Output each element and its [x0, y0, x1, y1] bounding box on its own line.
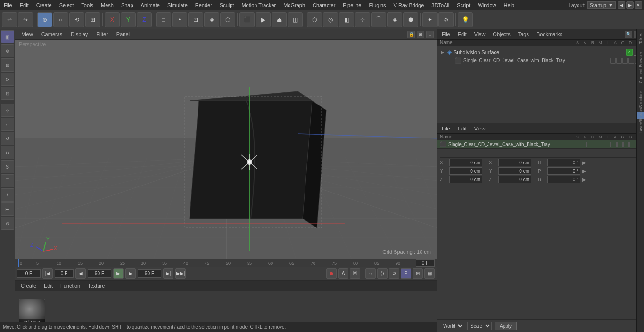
layout-prev-icon[interactable]: ◀: [618, 1, 625, 9]
objects-view-menu[interactable]: View: [472, 31, 487, 38]
edges-mode-button[interactable]: ⊡: [188, 12, 203, 27]
sidebar-rotate-tool[interactable]: ↺: [1, 132, 14, 145]
cube-button[interactable]: ⬡: [307, 12, 322, 27]
menu-help[interactable]: Help: [500, 1, 519, 9]
material-button[interactable]: ◈: [387, 12, 402, 27]
objects-search-icon[interactable]: 🔍: [625, 31, 632, 38]
sidebar-mirror-tool[interactable]: ⊢: [1, 202, 14, 216]
redo-button[interactable]: ↪: [18, 12, 33, 27]
viewport-arrange-icon[interactable]: ⊞: [417, 31, 424, 38]
timeline-track[interactable]: 0 5 10 15 20 25 30 35 40 45 50 55 60 65 …: [15, 259, 427, 267]
menu-animate[interactable]: Animate: [137, 1, 164, 9]
next-frame-btn[interactable]: ▶: [125, 268, 136, 279]
viewport-filter-menu[interactable]: Filter: [92, 31, 111, 38]
prev-frame-btn[interactable]: ◀: [75, 268, 86, 279]
rotate-tool-button[interactable]: ⟲: [69, 12, 84, 27]
x-input[interactable]: [449, 159, 482, 166]
scale-tool-button[interactable]: ⊞: [85, 12, 100, 27]
next-key-btn[interactable]: ▶|: [163, 268, 173, 279]
rotate-pb-btn[interactable]: ↺: [389, 268, 399, 279]
auto-key-btn[interactable]: A: [338, 268, 348, 279]
menu-plugins[interactable]: Plugins: [365, 1, 389, 9]
axis-y-button[interactable]: Y: [121, 12, 136, 27]
start-frame-input[interactable]: [17, 269, 41, 278]
scale-pb-btn[interactable]: ⟨⟩: [377, 268, 388, 279]
material-edit-menu[interactable]: Edit: [42, 283, 55, 289]
axis-x-button[interactable]: X: [105, 12, 120, 27]
viewport-lock-icon[interactable]: 🔒: [407, 31, 415, 38]
points-mode-button[interactable]: •: [172, 12, 187, 27]
menu-edit[interactable]: Edit: [16, 1, 33, 9]
menu-script[interactable]: Script: [453, 1, 474, 9]
sidebar-extrude-tool[interactable]: ⊙: [1, 217, 14, 230]
world-dropdown[interactable]: World: [440, 322, 464, 330]
goto-end-btn[interactable]: ▶▶|: [175, 268, 186, 279]
layout-dropdown[interactable]: Startup ▼: [587, 1, 616, 9]
menu-create[interactable]: Create: [33, 1, 56, 9]
material-thumbnail[interactable]: cd_case: [19, 299, 45, 325]
sidebar-scale-tool[interactable]: ⟨⟩: [1, 146, 14, 159]
axis-z-button[interactable]: Z: [137, 12, 152, 27]
sidebar-mode-model[interactable]: ▣: [1, 30, 14, 43]
b-input[interactable]: [547, 176, 580, 183]
object-row-subdivision[interactable]: ▶ ◈ Subdivision Surface ✓: [439, 48, 642, 57]
menu-file[interactable]: File: [0, 1, 16, 9]
polygons-mode-button[interactable]: ◈: [204, 12, 219, 27]
attrs-view-menu[interactable]: View: [472, 125, 487, 132]
y-input[interactable]: [449, 167, 482, 175]
render-region-button[interactable]: ⬛: [239, 12, 255, 27]
menu-pipeline[interactable]: Pipeline: [339, 1, 365, 9]
record-btn[interactable]: ⏺: [326, 268, 337, 279]
render-vp-button[interactable]: ▶: [256, 12, 271, 27]
menu-vray[interactable]: V-Ray Bridge: [390, 1, 428, 9]
light-on-button[interactable]: 💡: [458, 12, 473, 27]
enable-snap-button[interactable]: ✦: [422, 12, 438, 27]
menu-sculpt[interactable]: Sculpt: [216, 1, 238, 9]
scale-dropdown[interactable]: Scale: [467, 322, 492, 330]
object-mode-button[interactable]: □: [156, 12, 171, 27]
menu-select[interactable]: Select: [56, 1, 78, 9]
move-pb-btn[interactable]: ↔: [365, 268, 376, 279]
sidebar-spline-tool[interactable]: ⌒: [1, 174, 14, 187]
menu-character[interactable]: Character: [309, 1, 339, 9]
undo-button[interactable]: ↩: [2, 12, 17, 27]
p-input[interactable]: [547, 167, 580, 175]
objects-objects-menu[interactable]: Objects: [491, 31, 512, 38]
camera-button[interactable]: ◧: [339, 12, 354, 27]
tab-layer[interactable]: Layer: [637, 119, 644, 138]
sidebar-paint-tool[interactable]: S: [1, 160, 14, 173]
viewport-cameras-menu[interactable]: Cameras: [38, 31, 66, 38]
tab-takes[interactable]: Takes: [637, 29, 644, 48]
x2-input[interactable]: [498, 159, 531, 166]
material-texture-menu[interactable]: Texture: [86, 283, 107, 289]
uvw-mode-button[interactable]: ⬡: [220, 12, 235, 27]
move-tool-button[interactable]: ↔: [53, 12, 68, 27]
attrs-file-menu[interactable]: File: [440, 125, 452, 132]
z-input[interactable]: [449, 176, 482, 183]
sphere-button[interactable]: ◎: [323, 12, 338, 27]
sidebar-dynamics[interactable]: ⊡: [1, 87, 14, 100]
menu-mesh[interactable]: Mesh: [97, 1, 117, 9]
y2-input[interactable]: [498, 167, 531, 175]
select-tool-button[interactable]: ⊕: [37, 12, 52, 27]
play-forward-btn[interactable]: ▶: [113, 268, 124, 279]
object-row-cdcase[interactable]: ⬛ Single_Clear_CD_Jewel_Case_with_Black_…: [439, 57, 642, 65]
light-button[interactable]: ⊹: [355, 12, 370, 27]
menu-render[interactable]: Render: [191, 1, 216, 9]
layout-close-icon[interactable]: ✕: [635, 1, 642, 9]
menu-mograph[interactable]: MoGraph: [280, 1, 309, 9]
film-pb-btn[interactable]: ▦: [424, 268, 435, 279]
objects-edit-menu[interactable]: Edit: [456, 31, 469, 38]
spline-button[interactable]: ⌒: [371, 12, 386, 27]
prev-key-btn[interactable]: |◀: [42, 268, 53, 279]
attrs-object-row[interactable]: ⬛ Single_Clear_CD_Jewel_Case_with_Black_…: [437, 140, 644, 149]
layout-next-icon[interactable]: ▶: [626, 1, 634, 9]
objects-file-menu[interactable]: File: [440, 31, 452, 38]
h-input[interactable]: [547, 159, 580, 166]
objects-bookmarks-menu[interactable]: Bookmarks: [535, 31, 564, 38]
deformer-button[interactable]: ⬢: [403, 12, 418, 27]
timeline-frame-input[interactable]: [416, 259, 435, 267]
render-picture-button[interactable]: ⏏: [272, 12, 287, 27]
viewport-panel-menu[interactable]: Panel: [113, 31, 133, 38]
objects-tags-menu[interactable]: Tags: [516, 31, 531, 38]
